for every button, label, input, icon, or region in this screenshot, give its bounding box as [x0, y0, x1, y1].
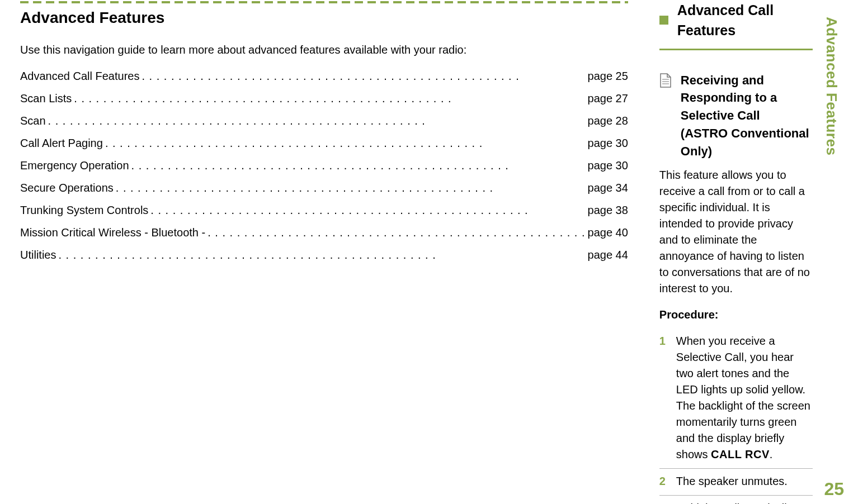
toc-leader-dots	[131, 158, 586, 174]
toc-leader-dots	[105, 135, 586, 151]
toc-row[interactable]: Secure Operations page 34	[20, 180, 628, 196]
right-column: Advanced Call Features Receiving and Res…	[645, 0, 829, 504]
topic-title-line1: Receiving and Responding to a Selective …	[681, 73, 777, 123]
toc-label: Scan	[20, 113, 46, 129]
toc-label: Advanced Call Features	[20, 68, 139, 84]
toc-label: Secure Operations	[20, 180, 114, 196]
toc-leader-dots	[150, 202, 585, 218]
page-number: 25	[824, 476, 844, 502]
toc-page-ref: page 27	[588, 91, 628, 107]
section-header: Advanced Call Features	[659, 0, 813, 41]
toc-label: Scan Lists	[20, 91, 72, 107]
intro-paragraph: Use this navigation guide to learn more …	[20, 42, 628, 58]
toc-leader-dots	[58, 247, 585, 263]
toc-page-ref: page 28	[588, 113, 628, 129]
toc-row[interactable]: Scan page 28	[20, 113, 628, 129]
toc-row[interactable]: Call Alert Paging page 30	[20, 135, 628, 151]
toc-row[interactable]: Utilities page 44	[20, 247, 628, 263]
topic-title-line2: (ASTRO Conventional Only)	[681, 126, 809, 158]
step-number: 1	[659, 333, 676, 349]
section-title: Advanced Call Features	[677, 0, 813, 41]
toc-leader-dots	[142, 68, 585, 84]
toc-label: Emergency Operation	[20, 158, 129, 174]
toc-page-ref: page 38	[588, 202, 628, 218]
document-icon	[659, 73, 671, 87]
step-number: 2	[659, 473, 676, 489]
dashed-divider	[20, 1, 628, 3]
toc-label: Trunking System Controls	[20, 202, 148, 218]
section-underline	[659, 49, 813, 50]
left-column: Advanced Features Use this navigation gu…	[3, 0, 645, 504]
toc-page-ref: page 25	[588, 68, 628, 84]
step-text-part: When you receive a Selective Call, you h…	[676, 335, 810, 460]
toc-row[interactable]: Emergency Operation page 30	[20, 158, 628, 174]
step-text: The speaker unmutes.	[676, 473, 813, 489]
feature-description: This feature allows you to receive a cal…	[659, 167, 813, 297]
toc-page-ref: page 34	[588, 180, 628, 196]
step-text: Hold the radio vertically 1 to 2 inches …	[676, 500, 813, 504]
page-title-left: Advanced Features	[20, 7, 628, 30]
toc-leader-dots	[116, 180, 586, 196]
toc-label: Utilities	[20, 247, 56, 263]
step-number: 3	[659, 500, 676, 504]
toc-page-ref: page 30	[588, 158, 628, 174]
procedure-step: 1 When you receive a Selective Call, you…	[659, 329, 813, 469]
toc-label: Mission Critical Wireless - Bluetooth -	[20, 225, 205, 241]
procedure-step: 2 The speaker unmutes.	[659, 469, 813, 496]
toc-row[interactable]: Mission Critical Wireless - Bluetooth - …	[20, 225, 628, 241]
procedure-step: 3 Hold the radio vertically 1 to 2 inche…	[659, 496, 813, 504]
toc-leader-dots	[48, 113, 586, 129]
toc-row[interactable]: Scan Lists page 27	[20, 91, 628, 107]
toc-page-ref: page 40	[588, 225, 628, 241]
toc-row[interactable]: Advanced Call Features page 25	[20, 68, 628, 84]
step-text: When you receive a Selective Call, you h…	[676, 333, 813, 463]
toc-page-ref: page 44	[588, 247, 628, 263]
section-bullet-icon	[659, 16, 668, 25]
topic-header: Receiving and Responding to a Selective …	[659, 72, 813, 160]
toc-leader-dots	[74, 91, 585, 107]
procedure-label: Procedure:	[659, 307, 813, 323]
topic-title: Receiving and Responding to a Selective …	[681, 72, 813, 160]
side-tab-label: Advanced Features	[821, 17, 842, 155]
toc-page-ref: page 30	[588, 135, 628, 151]
toc-leader-dots	[208, 225, 585, 241]
toc-label: Call Alert Paging	[20, 135, 103, 151]
toc-row[interactable]: Trunking System Controls page 38	[20, 202, 628, 218]
display-code: CALL RCV	[711, 448, 770, 460]
step-text-part: .	[770, 448, 773, 460]
